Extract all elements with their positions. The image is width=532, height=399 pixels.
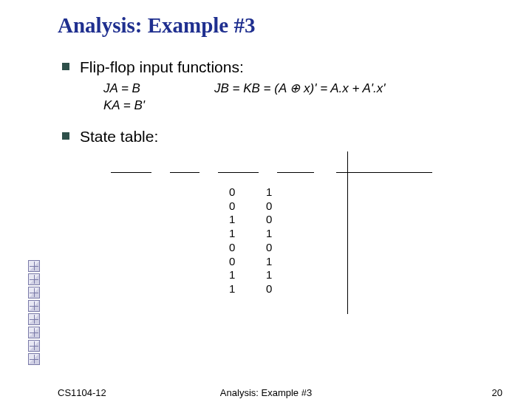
- cell: 0: [266, 282, 303, 296]
- cell: 0: [229, 255, 266, 269]
- equation-row: JA = B JB = KB = (A ⊕ x)' = A.x + A'.x': [103, 81, 532, 98]
- equation-row: KA = B': [103, 98, 532, 115]
- placeholder-box-icon: [28, 260, 40, 272]
- placeholder-box-icon: [28, 287, 40, 299]
- table-row: 11: [229, 268, 303, 282]
- bullet-flipflop-text: Flip-flop input functions:: [80, 58, 532, 76]
- bullet-flipflop: Flip-flop input functions:: [80, 58, 532, 76]
- placeholder-box-icon: [28, 300, 40, 312]
- sidebar-icons: [28, 260, 40, 365]
- bullet-statetable-text: State table:: [80, 128, 532, 146]
- bullet-marker-icon: [62, 132, 69, 140]
- cell: 0: [266, 213, 303, 227]
- cell: 1: [229, 282, 266, 296]
- footer-center: Analysis: Example #3: [0, 387, 532, 398]
- equation-ka: KA = B': [103, 98, 214, 115]
- table-row: 11: [229, 227, 303, 241]
- placeholder-box-icon: [28, 313, 40, 325]
- placeholder-box-icon: [28, 327, 40, 338]
- equation-jb: JB = KB = (A ⊕ x)' = A.x + A'.x': [214, 81, 386, 98]
- state-table: 01 00 10 11 00 01 11 10: [126, 172, 532, 320]
- table-row: 01: [229, 185, 303, 200]
- cell: 1: [229, 227, 266, 241]
- cell: 0: [229, 200, 266, 214]
- cell: 0: [266, 241, 303, 255]
- placeholder-box-icon: [28, 353, 40, 365]
- cell: 1: [266, 268, 303, 282]
- table-row: 10: [229, 213, 303, 227]
- cell: 1: [266, 255, 303, 269]
- table-data: 01 00 10 11 00 01 11 10: [229, 185, 303, 296]
- table-row: 10: [229, 282, 303, 296]
- cell: 1: [266, 227, 303, 241]
- table-row: 00: [229, 200, 303, 214]
- placeholder-box-icon: [28, 273, 40, 285]
- cell: 0: [229, 185, 266, 200]
- table-row: 01: [229, 255, 303, 269]
- bullet-marker-icon: [62, 63, 69, 70]
- placeholder-box-icon: [28, 340, 40, 352]
- table-row: 00: [229, 241, 303, 255]
- slide-title: Analysis: Example #3: [58, 13, 532, 38]
- equation-ja: JA = B: [103, 81, 214, 98]
- slide: Analysis: Example #3 Flip-flop input fun…: [0, 0, 532, 399]
- footer-page-number: 20: [492, 387, 502, 398]
- cell: 1: [229, 213, 266, 227]
- cell: 1: [229, 268, 266, 282]
- table-vertical-rule: [347, 151, 348, 314]
- bullet-statetable: State table:: [80, 128, 532, 146]
- table-frame: 01 00 10 11 00 01 11 10: [126, 172, 403, 320]
- cell: 0: [229, 241, 266, 255]
- cell: 0: [266, 200, 303, 214]
- cell: 1: [266, 185, 303, 200]
- equations-block: JA = B JB = KB = (A ⊕ x)' = A.x + A'.x' …: [103, 81, 532, 115]
